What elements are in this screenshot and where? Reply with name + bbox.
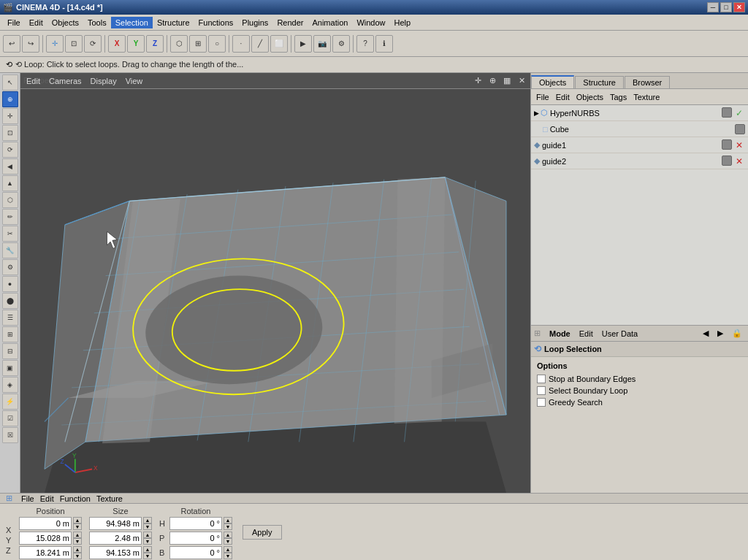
tool-13[interactable]: ⬤: [2, 293, 18, 309]
bottom-file[interactable]: File: [21, 494, 34, 503]
size-y-input[interactable]: [89, 532, 142, 545]
obj-tags[interactable]: Tags: [608, 93, 629, 101]
obj-guide2[interactable]: ◆ guide2 ✕: [531, 153, 748, 169]
obj-cube-vis[interactable]: [735, 124, 745, 134]
tab-objects[interactable]: Objects: [531, 75, 574, 88]
menu-plugins[interactable]: Plugins: [237, 17, 272, 28]
render-settings[interactable]: ⚙: [332, 35, 350, 53]
tool-8[interactable]: ✏: [2, 209, 18, 225]
obj-lock-icon[interactable]: ✓: [733, 107, 745, 119]
rot-b-up[interactable]: ▲: [224, 546, 232, 553]
vp-close-icon[interactable]: ✕: [516, 75, 527, 87]
bottom-edit[interactable]: Edit: [40, 494, 54, 503]
obj-guide1-vis[interactable]: [722, 139, 732, 150]
obj-objects[interactable]: Objects: [574, 93, 606, 101]
obj-texture[interactable]: Texture: [631, 93, 662, 101]
menu-selection[interactable]: Selection: [111, 17, 153, 28]
apply-button[interactable]: Apply: [243, 525, 282, 540]
select-button-2[interactable]: ⊞: [189, 35, 207, 53]
y-axis-button[interactable]: Y: [127, 35, 145, 53]
x-axis-button[interactable]: X: [108, 35, 126, 53]
size-x-up[interactable]: ▲: [143, 517, 152, 523]
minimize-button[interactable]: ─: [707, 2, 719, 12]
menu-animation[interactable]: Animation: [308, 17, 352, 28]
tool-16[interactable]: ⊟: [2, 343, 18, 359]
rotate-tool-button[interactable]: ⟳: [84, 35, 102, 53]
rot-p-down[interactable]: ▼: [224, 538, 232, 545]
tool-9[interactable]: ✂: [2, 226, 18, 242]
tool-21[interactable]: ☒: [2, 427, 18, 443]
menu-window[interactable]: Window: [352, 17, 389, 28]
rot-h-up[interactable]: ▲: [224, 517, 232, 523]
select-button-1[interactable]: ⬡: [170, 35, 188, 53]
tab-user-data[interactable]: User Data: [599, 329, 641, 338]
mode-polygon[interactable]: ⬜: [270, 35, 288, 53]
pos-x-input[interactable]: [19, 517, 72, 530]
rot-h-spin[interactable]: ▲ ▼: [224, 517, 232, 530]
size-x-input[interactable]: [89, 517, 142, 530]
vp-display[interactable]: Display: [88, 77, 120, 85]
pos-y-spin[interactable]: ▲ ▼: [73, 532, 82, 545]
vp-camera-icon[interactable]: ⊕: [486, 75, 498, 87]
tool-10[interactable]: 🔧: [2, 242, 18, 258]
help-button[interactable]: ?: [356, 35, 374, 53]
vp-view[interactable]: View: [123, 77, 146, 85]
size-y-up[interactable]: ▲: [143, 532, 152, 538]
pos-y-up[interactable]: ▲: [73, 532, 82, 538]
tool-12[interactable]: ●: [2, 276, 18, 292]
size-y-spin[interactable]: ▲ ▼: [143, 532, 152, 545]
obj-vis-icon[interactable]: [722, 107, 732, 118]
tab-mode[interactable]: Mode: [546, 329, 573, 338]
move-tool[interactable]: ✛: [2, 108, 18, 124]
pos-x-up[interactable]: ▲: [73, 517, 82, 523]
tool-14[interactable]: ☰: [2, 310, 18, 326]
rot-p-input[interactable]: [169, 532, 222, 545]
tool-5[interactable]: ◀: [2, 158, 18, 174]
tab-browser[interactable]: Browser: [625, 76, 670, 88]
mode-lock[interactable]: 🔒: [729, 329, 745, 338]
tool-18[interactable]: ◈: [2, 377, 18, 393]
obj-guide2-vis[interactable]: [722, 156, 732, 166]
pos-z-spin[interactable]: ▲ ▼: [73, 546, 82, 559]
size-y-down[interactable]: ▼: [143, 538, 152, 545]
scale-tool[interactable]: ⊡: [2, 125, 18, 141]
menu-file[interactable]: File: [3, 17, 25, 28]
obj-guide1-lock[interactable]: ✕: [733, 139, 745, 151]
cursor-tool[interactable]: ↖: [2, 74, 18, 91]
bottom-function[interactable]: Function: [60, 494, 91, 503]
tool-17[interactable]: ▣: [2, 360, 18, 376]
size-z-down[interactable]: ▼: [143, 553, 152, 559]
pos-x-spin[interactable]: ▲ ▼: [73, 517, 82, 530]
vp-cameras[interactable]: Cameras: [46, 77, 85, 85]
move-tool-button[interactable]: ✛: [46, 35, 64, 53]
tool-19[interactable]: ⚡: [2, 394, 18, 410]
titlebar-controls[interactable]: ─ □ ✕: [707, 2, 745, 12]
mode-nav-right[interactable]: ▶: [714, 329, 726, 338]
mode-edge[interactable]: ╱: [251, 35, 269, 53]
vp-edit[interactable]: Edit: [23, 77, 43, 85]
rot-b-input[interactable]: [169, 546, 222, 559]
tab-edit[interactable]: Edit: [576, 329, 596, 338]
tool-7[interactable]: ⬡: [2, 192, 18, 208]
3d-scene[interactable]: X Y Z: [20, 89, 530, 493]
stop-boundary-checkbox[interactable]: [537, 375, 546, 383]
pos-z-down[interactable]: ▼: [73, 553, 82, 559]
tool-15[interactable]: ⊞: [2, 326, 18, 342]
size-x-down[interactable]: ▼: [143, 523, 152, 530]
greedy-checkbox[interactable]: [537, 398, 546, 407]
size-z-input[interactable]: [89, 546, 142, 559]
menu-tools[interactable]: Tools: [83, 17, 111, 28]
render-to-picture[interactable]: 📷: [313, 35, 331, 53]
rotate-tool[interactable]: ⟳: [2, 142, 18, 158]
pos-z-input[interactable]: [19, 546, 72, 559]
z-axis-button[interactable]: Z: [146, 35, 164, 53]
obj-guide2-lock[interactable]: ✕: [733, 156, 745, 167]
pos-z-up[interactable]: ▲: [73, 546, 82, 553]
redo-button[interactable]: ↪: [22, 35, 39, 53]
menu-render[interactable]: Render: [272, 17, 308, 28]
scale-tool-button[interactable]: ⊡: [65, 35, 83, 53]
size-x-spin[interactable]: ▲ ▼: [143, 517, 152, 530]
bottom-texture[interactable]: Texture: [96, 494, 123, 503]
select-boundary-checkbox[interactable]: [537, 386, 546, 395]
obj-guide1[interactable]: ◆ guide1 ✕: [531, 137, 748, 153]
